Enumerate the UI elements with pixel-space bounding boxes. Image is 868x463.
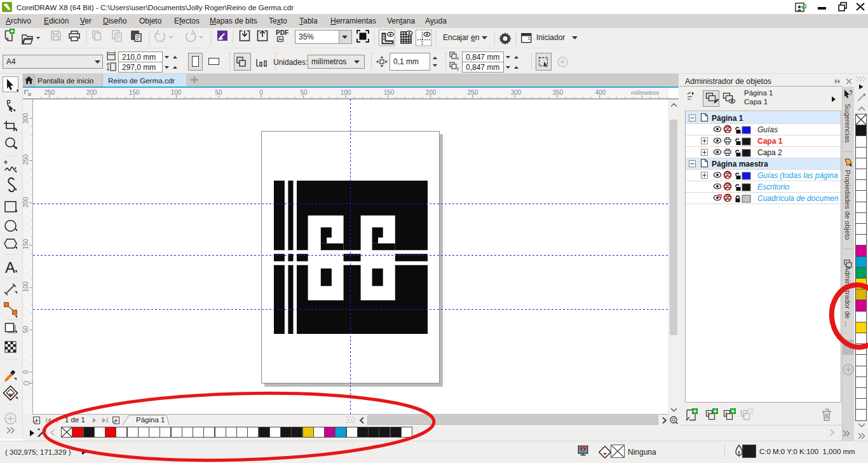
svg-text:1: 1 [707,411,710,417]
svg-text:milímetros: milímetros [631,89,659,96]
svg-text:150: 150 [129,89,140,96]
svg-text:Cuadrícula de documen: Cuadrícula de documen [757,194,839,203]
svg-text:Capa 2: Capa 2 [757,148,782,157]
svg-text:Página 1: Página 1 [712,114,743,123]
svg-text:350: 350 [553,89,564,96]
svg-text:x: x [457,56,459,60]
svg-text:100: 100 [341,89,351,96]
svg-text:?: ? [849,90,853,97]
svg-text:1: 1 [725,411,728,417]
svg-text:200: 200 [86,89,97,96]
svg-text:0: 0 [259,89,263,96]
svg-text:Capa 1: Capa 1 [757,137,783,146]
svg-text:100: 100 [171,89,182,96]
svg-text:50: 50 [300,89,308,96]
svg-text:Página maestra: Página maestra [712,160,768,169]
svg-text:200: 200 [23,197,29,207]
svg-text:50: 50 [23,326,29,333]
svg-text:y: y [457,66,459,71]
svg-text:A: A [5,259,15,276]
svg-text:2: 2 [742,411,745,417]
svg-text:50: 50 [215,89,222,96]
svg-text:0: 0 [23,370,29,374]
svg-text:150: 150 [23,238,29,249]
svg-text:Guías (todas las página: Guías (todas las página [757,171,838,180]
svg-text:300: 300 [511,89,522,96]
svg-text:Escritorio: Escritorio [757,183,789,191]
svg-text:200: 200 [426,89,437,96]
svg-text:250: 250 [468,89,478,96]
svg-text:PDF: PDF [276,29,288,36]
svg-text:250: 250 [44,89,55,96]
svg-text:300: 300 [23,113,29,123]
svg-text:400: 400 [595,89,606,96]
svg-text:Guías: Guías [757,125,778,134]
svg-text:150: 150 [384,89,395,96]
svg-text:100: 100 [23,281,29,292]
svg-text:250: 250 [23,154,29,165]
